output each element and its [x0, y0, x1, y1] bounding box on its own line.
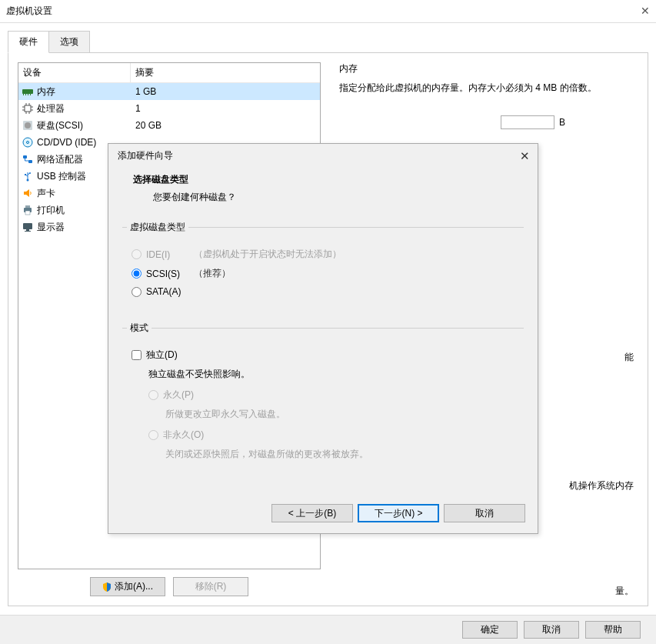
tab-options[interactable]: 选项: [48, 31, 90, 53]
usb-icon: [22, 170, 34, 182]
wizard-header-subtitle: 您要创建何种磁盘？: [133, 191, 513, 204]
wizard-close-icon[interactable]: ✕: [520, 149, 530, 163]
device-name: 打印机: [37, 204, 65, 217]
wizard-body: 虚拟磁盘类型 IDE(I) （虚拟机处于开启状态时无法添加） SCSI(S) （…: [108, 215, 538, 479]
radio-nonpersistent-label: 非永久(O): [163, 429, 204, 442]
display-icon: [22, 221, 34, 233]
table-row[interactable]: 内存 1 GB: [18, 83, 320, 100]
sound-icon: [22, 187, 34, 199]
col-header-summary[interactable]: 摘要: [131, 63, 320, 82]
persistent-desc: 所做更改立即永久写入磁盘。: [165, 408, 519, 421]
svg-rect-3: [28, 94, 28, 95]
svg-point-16: [27, 125, 28, 126]
partial-text-3: 量。: [339, 585, 634, 598]
device-name: USB 控制器: [37, 170, 86, 183]
radio-ide-input: [132, 249, 142, 259]
checkbox-independent[interactable]: 独立(D): [132, 349, 519, 362]
cd-icon: [22, 136, 34, 148]
cancel-button[interactable]: 取消: [524, 621, 579, 639]
wizard-header-title: 选择磁盘类型: [133, 173, 513, 186]
wizard-title-text: 添加硬件向导: [118, 149, 173, 162]
svg-rect-24: [25, 174, 26, 175]
device-name: 内存: [37, 85, 55, 98]
detail-text: 指定分配给此虚拟机的内存量。内存大小必须为 4 MB 的倍数。: [339, 80, 634, 95]
device-name: 处理器: [37, 102, 65, 115]
add-hardware-wizard: 添加硬件向导 ✕ 选择磁盘类型 您要创建何种磁盘？ 虚拟磁盘类型 IDE(I) …: [108, 143, 538, 534]
device-name: CD/DVD (IDE): [37, 137, 96, 148]
radio-scsi[interactable]: SCSI(S) （推荐）: [132, 267, 519, 280]
remove-button-label: 移除(R): [195, 580, 227, 593]
svg-rect-4: [30, 94, 31, 95]
shield-icon: [102, 582, 112, 592]
radio-scsi-label: SCSI(S): [146, 269, 189, 279]
cpu-icon: [22, 102, 34, 115]
svg-rect-27: [25, 211, 30, 215]
help-button[interactable]: 帮助: [585, 621, 641, 639]
radio-sata[interactable]: SATA(A): [132, 286, 519, 297]
radio-persistent-label: 永久(P): [163, 389, 194, 402]
memory-unit-partial: B: [559, 117, 634, 128]
wizard-footer: < 上一步(B) 下一步(N) > 取消: [271, 504, 525, 522]
wizard-back-button[interactable]: < 上一步(B): [271, 504, 353, 522]
table-row[interactable]: 处理器 1: [18, 100, 320, 117]
add-button-label: 添加(A)...: [115, 580, 153, 593]
svg-rect-19: [23, 155, 27, 158]
close-icon[interactable]: ✕: [641, 5, 650, 17]
device-name: 声卡: [37, 187, 55, 200]
svg-point-18: [27, 142, 29, 144]
wizard-next-button[interactable]: 下一步(N) >: [358, 504, 439, 522]
device-summary: 1 GB: [131, 86, 320, 97]
device-name: 硬盘(SCSI): [37, 119, 83, 132]
ok-button[interactable]: 确定: [462, 621, 518, 639]
radio-sata-input[interactable]: [132, 287, 142, 297]
device-name: 网络适配器: [37, 153, 83, 166]
radio-nonpersistent-input: [148, 430, 158, 440]
svg-rect-25: [25, 205, 30, 208]
radio-nonpersistent: 非永久(O): [148, 429, 519, 442]
window-title: 虚拟机设置: [6, 5, 52, 18]
mode-legend: 模式: [127, 322, 152, 335]
tab-strip: 硬件 选项: [8, 31, 656, 53]
col-header-device[interactable]: 设备: [18, 63, 131, 82]
memory-spinner-partial[interactable]: [501, 115, 554, 129]
device-summary: 20 GB: [131, 120, 320, 131]
nonpersistent-desc: 关闭或还原快照后，对磁盘所做的更改将被放弃。: [165, 448, 519, 461]
svg-rect-5: [25, 105, 31, 112]
table-row[interactable]: 硬盘(SCSI) 20 GB: [18, 117, 320, 134]
disk-type-group: 虚拟磁盘类型 IDE(I) （虚拟机处于开启状态时无法添加） SCSI(S) （…: [122, 221, 524, 314]
disk-icon: [22, 119, 34, 132]
independent-desc: 独立磁盘不受快照影响。: [148, 368, 519, 381]
svg-rect-2: [25, 94, 26, 95]
tab-hardware[interactable]: 硬件: [8, 31, 49, 53]
svg-rect-1: [23, 94, 24, 95]
titlebar: 虚拟机设置 ✕: [0, 0, 656, 23]
radio-persistent-input: [148, 390, 158, 400]
radio-ide: IDE(I) （虚拟机处于开启状态时无法添加）: [132, 248, 519, 261]
radio-ide-label: IDE(I): [146, 249, 189, 260]
disk-type-legend: 虚拟磁盘类型: [127, 221, 188, 234]
radio-ide-hint: （虚拟机处于开启状态时无法添加）: [194, 248, 341, 261]
svg-rect-20: [28, 160, 32, 163]
device-summary: 1: [131, 103, 320, 114]
svg-rect-0: [22, 89, 33, 94]
wizard-header: 选择磁盘类型 您要创建何种磁盘？: [108, 167, 538, 215]
hardware-buttons: 添加(A)... 移除(R): [18, 577, 321, 596]
add-hardware-button[interactable]: 添加(A)...: [90, 577, 165, 596]
radio-scsi-input[interactable]: [132, 269, 142, 279]
svg-rect-30: [25, 231, 31, 232]
dialog-footer: 确定 取消 帮助: [0, 615, 656, 644]
device-name: 显示器: [37, 221, 65, 234]
radio-scsi-hint: （推荐）: [194, 267, 231, 280]
mode-group: 模式 独立(D) 独立磁盘不受快照影响。 永久(P) 所做更改立即永久写入磁盘。…: [122, 322, 524, 479]
checkbox-independent-label: 独立(D): [146, 349, 178, 362]
remove-hardware-button: 移除(R): [173, 577, 248, 596]
detail-heading: 内存: [339, 62, 634, 75]
radio-persistent: 永久(P): [148, 389, 519, 402]
device-table-header: 设备 摘要: [18, 63, 320, 83]
svg-rect-29: [26, 229, 29, 231]
checkbox-independent-input[interactable]: [132, 350, 142, 360]
wizard-cancel-button[interactable]: 取消: [444, 504, 525, 522]
printer-icon: [22, 204, 34, 216]
svg-rect-28: [23, 223, 32, 229]
radio-sata-label: SATA(A): [146, 286, 189, 297]
